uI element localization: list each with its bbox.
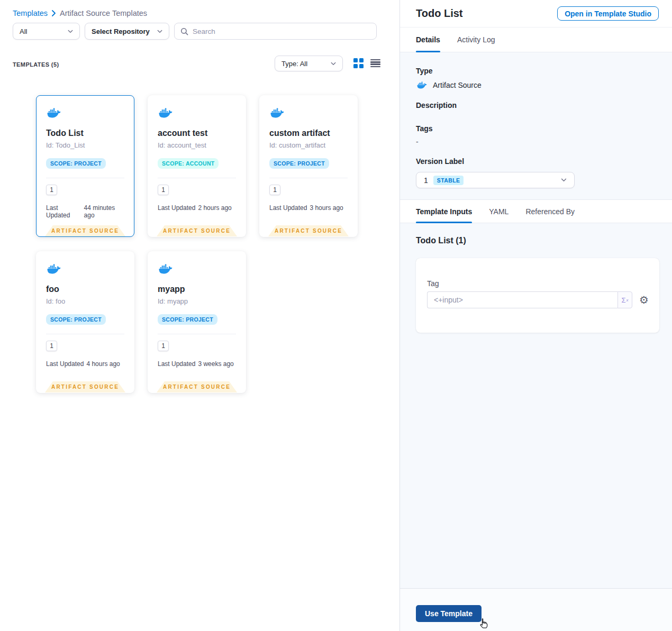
page: Templates Artifact Source Templates All … <box>0 0 672 631</box>
template-name: Todo List <box>46 129 124 138</box>
template-details-panel: Todo List Open in Template Studio Detail… <box>399 0 672 631</box>
last-updated: Last Updated 44 minutes ago <box>46 204 124 219</box>
scope-filter-value: All <box>20 28 27 35</box>
repository-filter-value: Select Repository <box>92 28 150 35</box>
open-in-template-studio-button[interactable]: Open in Template Studio <box>557 6 659 21</box>
template-name: custom artifact <box>269 129 348 138</box>
templates-list-panel: Templates Artifact Source Templates All … <box>0 0 399 631</box>
chevron-down-icon <box>68 30 73 33</box>
template-card[interactable]: Todo List Id: Todo_List SCOPE: PROJECT 1… <box>36 95 134 237</box>
last-updated: Last Updated 2 hours ago <box>158 204 236 212</box>
version-count-badge: 1 <box>158 185 169 195</box>
details-tab-bar: Details Activity Log <box>400 28 672 52</box>
docker-icon <box>416 80 428 90</box>
tag-field-label: Tag <box>427 279 649 288</box>
docker-icon <box>46 262 62 276</box>
details-body: Type Artifact Source Description Tags - … <box>400 52 672 199</box>
tab-details[interactable]: Details <box>416 28 440 52</box>
last-updated-value: 2 hours ago <box>198 204 231 212</box>
scope-filter-dropdown[interactable]: All <box>13 23 80 40</box>
docker-icon <box>158 262 174 276</box>
repository-filter-dropdown[interactable]: Select Repository <box>85 23 169 40</box>
template-id: Id: myapp <box>158 297 236 305</box>
tag-input-wrap: Σx <box>427 291 632 308</box>
last-updated-label: Last Updated <box>158 360 195 368</box>
docker-icon <box>269 106 285 120</box>
search-input[interactable] <box>193 28 370 35</box>
tab-yaml[interactable]: YAML <box>489 200 508 223</box>
templates-count-label: TEMPLATES (5) <box>13 61 59 68</box>
template-type-ribbon: ARTIFACT SOURCE <box>157 225 237 236</box>
tag-input-card: Tag Σx ⚙ <box>416 258 659 333</box>
tag-field-row: Σx ⚙ <box>427 291 649 308</box>
chevron-down-icon <box>157 30 162 33</box>
type-filter-value: Type: All <box>281 60 307 68</box>
template-inputs-body: Todo List (1) Tag Σx ⚙ <box>400 223 672 588</box>
last-updated-value: 3 weeks ago <box>198 360 233 368</box>
template-name: foo <box>46 285 124 294</box>
last-updated: Last Updated 3 weeks ago <box>158 360 236 368</box>
template-grid: Todo List Id: Todo_List SCOPE: PROJECT 1… <box>36 95 358 393</box>
last-updated-label: Last Updated <box>269 204 307 212</box>
version-count-badge: 1 <box>158 341 169 351</box>
template-name: myapp <box>158 285 236 294</box>
scope-badge: SCOPE: PROJECT <box>269 158 329 169</box>
tab-activity-log[interactable]: Activity Log <box>457 28 495 52</box>
last-updated-value: 44 minutes ago <box>84 204 124 219</box>
tag-input[interactable] <box>427 291 617 308</box>
tags-value: - <box>416 138 656 147</box>
stable-badge: STABLE <box>433 176 464 185</box>
type-filter-dropdown[interactable]: Type: All <box>275 56 343 71</box>
breadcrumb-templates-link[interactable]: Templates <box>13 9 48 17</box>
template-id: Id: custom_artifact <box>269 141 348 149</box>
type-value: Artifact Source <box>433 81 482 89</box>
version-count-badge: 1 <box>46 341 57 351</box>
template-card[interactable]: foo Id: foo SCOPE: PROJECT 1 Last Update… <box>36 251 134 393</box>
filter-bar: All Select Repository <box>13 23 377 40</box>
version-number: 1 <box>424 176 428 185</box>
version-count-badge: 1 <box>269 185 280 195</box>
last-updated-value: 3 hours ago <box>310 204 343 212</box>
tab-referenced-by[interactable]: Referenced By <box>525 200 575 223</box>
version-label: Version Label <box>416 157 656 166</box>
inputs-heading: Todo List (1) <box>416 236 659 246</box>
version-dropdown[interactable]: 1 STABLE <box>416 172 575 188</box>
inputs-tab-bar: Template Inputs YAML Referenced By <box>400 199 672 223</box>
panel-title: Todo List <box>416 7 463 20</box>
description-label: Description <box>416 101 656 110</box>
chevron-down-icon <box>561 178 567 182</box>
grid-view-icon[interactable] <box>353 58 364 68</box>
template-type-ribbon: ARTIFACT SOURCE <box>268 225 349 236</box>
breadcrumb-current-page: Artifact Source Templates <box>60 9 147 17</box>
template-type-ribbon: ARTIFACT SOURCE <box>45 381 125 392</box>
template-type-ribbon: ARTIFACT SOURCE <box>157 381 237 392</box>
search-icon <box>180 28 188 35</box>
last-updated-value: 4 hours ago <box>86 360 120 368</box>
search-box[interactable] <box>174 23 377 40</box>
scope-badge: SCOPE: PROJECT <box>46 314 106 325</box>
type-value-row: Artifact Source <box>416 80 656 90</box>
list-view-icon[interactable] <box>370 59 380 68</box>
use-template-button[interactable]: Use Template <box>416 605 482 622</box>
last-updated-label: Last Updated <box>46 360 84 368</box>
expression-toggle-icon[interactable]: Σx <box>617 291 632 308</box>
last-updated-label: Last Updated <box>158 204 195 212</box>
template-id: Id: account_test <box>158 141 236 149</box>
breadcrumb-chevron-icon <box>51 10 56 16</box>
version-count-badge: 1 <box>46 185 57 195</box>
tab-template-inputs[interactable]: Template Inputs <box>416 200 472 223</box>
last-updated-label: Last Updated <box>46 204 81 219</box>
view-toggles <box>353 58 380 68</box>
scope-badge: SCOPE: ACCOUNT <box>158 158 219 169</box>
list-toolbar: TEMPLATES (5) Type: All <box>0 56 399 76</box>
template-card[interactable]: myapp Id: myapp SCOPE: PROJECT 1 Last Up… <box>148 251 246 393</box>
details-footer: Use Template <box>400 588 672 631</box>
breadcrumb: Templates Artifact Source Templates <box>13 9 147 17</box>
details-header: Todo List Open in Template Studio <box>400 0 672 28</box>
settings-gear-icon[interactable]: ⚙ <box>639 295 649 305</box>
template-card[interactable]: custom artifact Id: custom_artifact SCOP… <box>259 95 358 237</box>
last-updated: Last Updated 3 hours ago <box>269 204 348 212</box>
template-id: Id: foo <box>46 297 124 305</box>
template-card[interactable]: account test Id: account_test SCOPE: ACC… <box>148 95 246 237</box>
scope-badge: SCOPE: PROJECT <box>158 314 217 325</box>
